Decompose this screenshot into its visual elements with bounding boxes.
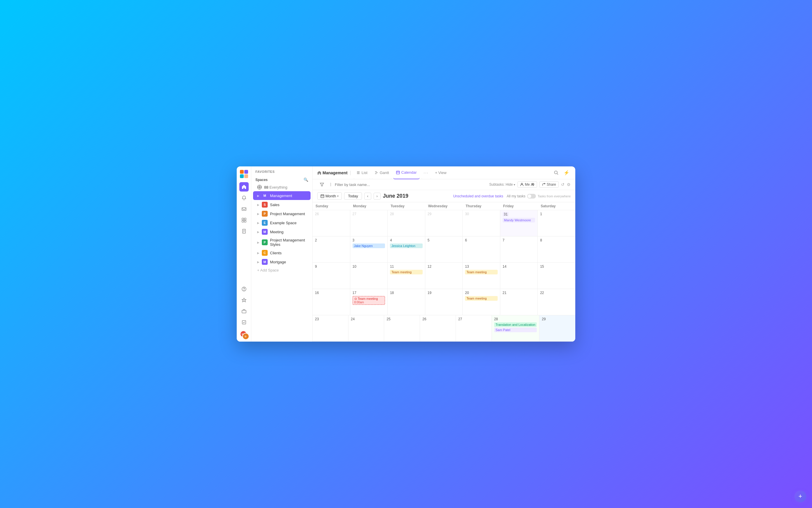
- cell-jun-28[interactable]: 28 Translation and Localization Sam Pate…: [492, 315, 540, 341]
- nav-portfolio-icon[interactable]: [239, 306, 249, 316]
- cell-may-30[interactable]: 30: [463, 210, 500, 236]
- unscheduled-link[interactable]: Unscheduled and overdue tasks: [453, 194, 503, 198]
- all-my-tasks-toggle[interactable]: [527, 194, 536, 199]
- cell-jun-3[interactable]: 3 Jake Nguyen: [350, 237, 388, 262]
- space-label-management: Management: [270, 194, 292, 198]
- all-my-tasks-label: All my tasks: [507, 194, 525, 198]
- cell-jun-20[interactable]: 20 Team meeting: [463, 289, 500, 315]
- cell-jun-16[interactable]: 16: [313, 289, 350, 315]
- cell-jun-8[interactable]: 8: [538, 237, 575, 262]
- share-button[interactable]: Share: [539, 181, 559, 188]
- tab-list[interactable]: List: [354, 166, 370, 179]
- sidebar-item-project-management[interactable]: ▶ P Project Management: [253, 209, 311, 218]
- cell-jun-22[interactable]: 22: [538, 289, 575, 315]
- filter-input[interactable]: [335, 182, 487, 187]
- cell-jun-7[interactable]: 7: [500, 237, 538, 262]
- cell-jun-5[interactable]: 5: [425, 237, 463, 262]
- cell-jun-2[interactable]: 2: [313, 237, 350, 262]
- cell-jun-17[interactable]: 17 ⊙ Team meeting 8:00am: [350, 289, 388, 315]
- bottom-icons: EC D: [239, 284, 249, 339]
- cell-jun-6[interactable]: 6: [463, 237, 500, 262]
- refresh-button[interactable]: ↺: [561, 182, 565, 187]
- sidebar-item-example-space[interactable]: ▶ E Example Space: [253, 218, 311, 227]
- cell-jun-26[interactable]: 26: [420, 315, 456, 341]
- cell-jun-1[interactable]: 1: [538, 210, 575, 236]
- cell-may-26[interactable]: 26: [313, 210, 350, 236]
- cell-jun-23[interactable]: 23: [313, 315, 349, 341]
- event-team-meeting-11[interactable]: Team meeting: [390, 270, 423, 274]
- user-avatar[interactable]: EC D: [240, 331, 248, 339]
- event-jessica[interactable]: Jessica Leighton: [390, 244, 423, 248]
- event-jake[interactable]: Jake Nguyen: [353, 244, 385, 248]
- event-team-meeting-17[interactable]: ⊙ Team meeting 8:00am: [353, 296, 385, 305]
- me-button[interactable]: Me: [517, 181, 537, 188]
- everything-icon: [257, 185, 262, 189]
- logo-icon[interactable]: [239, 169, 249, 179]
- cell-jun-27[interactable]: 27: [456, 315, 492, 341]
- cell-jun-11[interactable]: 11 Team meeting: [388, 263, 425, 289]
- cell-jun-13[interactable]: 13 Team meeting: [463, 263, 500, 289]
- cell-jun-14[interactable]: 14: [500, 263, 538, 289]
- nav-rewards-icon[interactable]: [239, 295, 249, 305]
- nav-tasks-icon[interactable]: [239, 318, 249, 327]
- search-spaces-icon[interactable]: 🔍: [304, 177, 308, 182]
- cell-jun-12[interactable]: 12: [425, 263, 463, 289]
- cell-jun-10[interactable]: 10: [350, 263, 388, 289]
- cell-may-31[interactable]: 31 Mandy Westmoore: [500, 210, 538, 236]
- cell-jun-25[interactable]: 25: [384, 315, 420, 341]
- day-header-thu: Thursday: [463, 202, 500, 210]
- cell-jun-9[interactable]: 9: [313, 263, 350, 289]
- add-space-label: + Add Space: [257, 268, 279, 272]
- nav-dashboard-icon[interactable]: [239, 215, 249, 225]
- sidebar-item-mortgage[interactable]: ▶ M Mortgage: [253, 257, 311, 266]
- breadcrumb-management[interactable]: Management: [317, 170, 348, 175]
- space-icon-clients: C: [262, 250, 268, 256]
- cell-may-29[interactable]: 29: [425, 210, 463, 236]
- cell-jun-24[interactable]: 24: [349, 315, 385, 341]
- nav-docs-icon[interactable]: [239, 226, 249, 236]
- search-button[interactable]: [552, 169, 560, 177]
- nav-inbox-icon[interactable]: [239, 204, 249, 214]
- sidebar-item-everything[interactable]: 88 Everything: [253, 183, 311, 191]
- settings-button[interactable]: ⚙: [567, 182, 571, 187]
- more-options-tab[interactable]: ···: [421, 166, 432, 179]
- add-space-button[interactable]: + Add Space: [253, 266, 311, 274]
- sidebar-item-management[interactable]: ▶ M Management: [253, 191, 311, 200]
- cell-jun-15[interactable]: 15: [538, 263, 575, 289]
- cell-jun-18[interactable]: 18: [388, 289, 425, 315]
- tab-gantt[interactable]: Gantt: [371, 166, 392, 179]
- nav-notifications-icon[interactable]: [239, 193, 249, 203]
- space-icon-example-space: E: [262, 220, 268, 226]
- event-mandy[interactable]: Mandy Westmoore: [503, 218, 535, 222]
- prev-month-button[interactable]: ‹: [364, 193, 371, 200]
- sidebar-item-meeting[interactable]: ▶ M Meeting: [253, 227, 311, 236]
- space-icon-meeting: M: [262, 229, 268, 235]
- nav-help-icon[interactable]: [239, 284, 249, 294]
- me-label: Me: [525, 182, 530, 186]
- svg-rect-26: [396, 171, 400, 174]
- cell-jun-29[interactable]: 29: [539, 315, 575, 341]
- event-translation[interactable]: Translation and Localization: [494, 322, 537, 327]
- nav-home-icon[interactable]: [239, 182, 249, 192]
- month-select[interactable]: Month ▾: [317, 193, 342, 200]
- cell-may-27[interactable]: 27: [350, 210, 388, 236]
- sidebar-item-sales[interactable]: ▶ S Sales: [253, 200, 311, 209]
- subtasks-button[interactable]: Subtasks: Hide ▾: [489, 182, 515, 186]
- cell-may-28[interactable]: 28: [388, 210, 425, 236]
- sidebar-item-project-management-styles[interactable]: ▶ P Project Management Styles: [253, 237, 311, 248]
- cell-jun-4[interactable]: 4 Jessica Leighton: [388, 237, 425, 262]
- today-button[interactable]: Today: [344, 193, 362, 200]
- sidebar-item-clients[interactable]: ▶ C Clients: [253, 248, 311, 257]
- next-month-button[interactable]: ›: [374, 193, 380, 200]
- cell-jun-19[interactable]: 19: [425, 289, 463, 315]
- filter-button[interactable]: [317, 181, 327, 188]
- event-team-meeting-13[interactable]: Team meeting: [465, 270, 498, 274]
- tab-calendar[interactable]: Calendar: [393, 166, 420, 179]
- event-sam[interactable]: Sam Patel: [494, 328, 537, 332]
- event-team-meeting-20[interactable]: Team meeting: [465, 296, 498, 301]
- calendar-area: Month ▾ Today ‹ › June 2019 Unscheduled …: [313, 190, 575, 342]
- bolt-button[interactable]: ⚡: [562, 169, 571, 177]
- add-view-button[interactable]: + View: [433, 169, 449, 176]
- cell-jun-21[interactable]: 21: [500, 289, 538, 315]
- toolbar: Subtasks: Hide ▾ Me: [313, 179, 575, 190]
